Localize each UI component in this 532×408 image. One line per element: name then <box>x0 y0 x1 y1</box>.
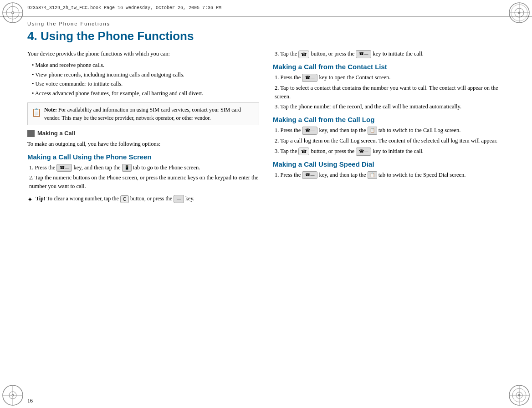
call-log-step-1: 1. Press the ☎— key, and then tap the 📋 … <box>273 126 505 135</box>
svg-point-23 <box>518 394 521 397</box>
corner-decoration-br <box>507 383 531 407</box>
call-key-r1: ☎— <box>356 50 371 58</box>
clear-btn: C <box>120 195 129 203</box>
contact-step-3: 3. Tap the phone number of the record, a… <box>273 102 505 111</box>
bullet-1: • Make and receive phone calls. <box>32 61 259 70</box>
note-box: 📋 Note: For availability and information… <box>27 102 259 125</box>
speed-dial-step-1: 1. Press the ☎— key, and then tap the 📋 … <box>273 171 505 179</box>
call-log-step-3: 3. Tap the ☎ button, or press the ☎— key… <box>273 147 505 156</box>
note-text: Note: For availability and information o… <box>44 106 255 122</box>
left-column: Your device provides the phone functions… <box>27 50 259 387</box>
right-column: 3. Tap the ☎ button, or press the ☎— key… <box>273 50 505 387</box>
call-log-heading: Making a Call from the Call Log <box>273 116 505 123</box>
tip-box: ✦ Tip! To clear a wrong number, tap the … <box>27 194 259 204</box>
contact-list-heading: Making a Call from the Contact List <box>273 63 505 71</box>
tip-label: Tip! <box>36 195 46 202</box>
call-log-step-2: 2. Tap a call log item on the Call Log s… <box>273 137 505 145</box>
clear-key: — <box>174 195 184 203</box>
call-key-log: ☎— <box>356 148 371 156</box>
note-body: For availability and information on usin… <box>44 107 241 121</box>
header-bar: 9235874_3129_zh_tw_FCC.book Page 16 Wedn… <box>0 0 532 16</box>
phone-screen-heading: Making a Call Using the Phone Screen <box>27 153 259 161</box>
corner-decoration-bl <box>1 383 25 407</box>
bullet-4: • Access advanced phone features, for ex… <box>32 89 259 98</box>
note-label: Note: <box>44 107 57 113</box>
note-icon: 📋 <box>31 107 41 122</box>
two-column-layout: Your device provides the phone functions… <box>27 50 505 387</box>
phone-step-2: 2. Tap the numeric buttons on the Phone … <box>27 173 259 191</box>
tip-text: Tip! To clear a wrong number, tap the C … <box>36 194 194 203</box>
speed-tab-1: 📋 <box>368 171 377 179</box>
intro-line1: Your device provides the phone functions… <box>27 50 259 58</box>
svg-point-17 <box>12 395 13 396</box>
right-step3-intro: 3. Tap the ☎ button, or press the ☎— key… <box>273 50 505 58</box>
bullet-3: • Use voice commander to initiate calls. <box>32 80 259 88</box>
making-a-call-intro: To make an outgoing call, you have the f… <box>27 140 259 148</box>
call-btn-r1: ☎ <box>298 51 309 58</box>
contact-step-1: 1. Press the ☎— key to open the Contact … <box>273 73 505 82</box>
speed-key-1: ☎— <box>302 171 317 179</box>
bullet-2: • View phone records, including incoming… <box>32 71 259 79</box>
contact-key-1: ☎— <box>302 74 317 82</box>
heading-bar-icon <box>27 130 35 137</box>
making-a-call-label: Making a Call <box>37 130 75 137</box>
header-text: 9235874_3129_zh_tw_FCC.book Page 16 Wedn… <box>27 5 221 10</box>
contact-step-2: 2. Tap to select a contact that contains… <box>273 84 505 101</box>
section-label: Using the Phone Functions <box>27 21 505 26</box>
page-number: 16 <box>27 398 33 404</box>
content-area: Using the Phone Functions 4. Using the P… <box>27 16 505 392</box>
log-tab-1: 📋 <box>368 127 377 135</box>
intro-bullets: • Make and receive phone calls. • View p… <box>32 61 259 98</box>
log-key-1: ☎— <box>302 127 317 135</box>
chapter-title: 4. Using the Phone Functions <box>27 29 505 43</box>
tab-icon-1: 📱 <box>122 164 132 172</box>
phone-key-1: ☎— <box>56 164 72 172</box>
call-btn-log: ☎ <box>298 148 309 155</box>
making-a-call-heading: Making a Call <box>27 130 259 137</box>
phone-step-1: 1. Press the ☎— key, and then tap the 📱 … <box>27 163 259 172</box>
tip-icon: ✦ <box>27 195 33 204</box>
speed-dial-heading: Making a Call Using Speed Dial <box>273 160 505 168</box>
